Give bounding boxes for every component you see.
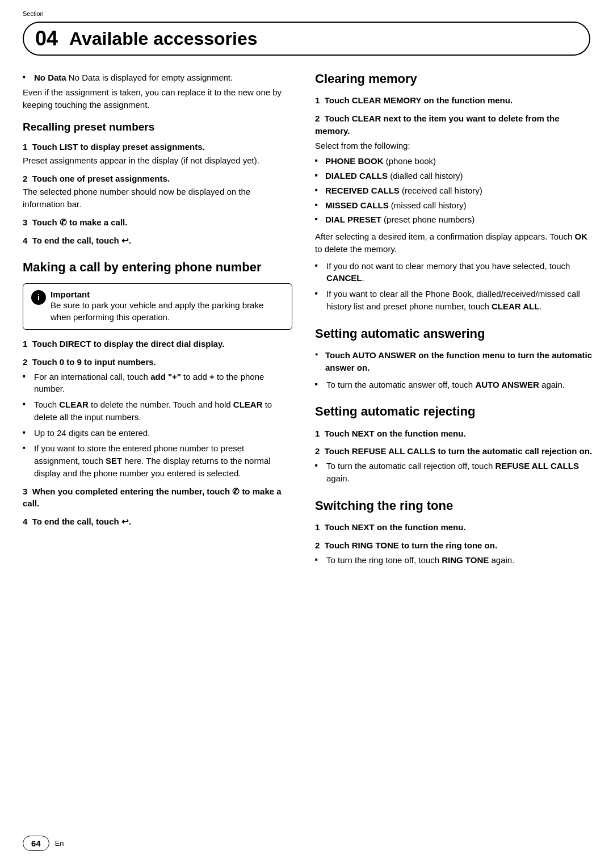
clearing-bullet-dialed: DIALED CALLS (dialled call history) bbox=[315, 170, 596, 182]
auto-answer-sq1: To turn the automatic answer off, touch … bbox=[315, 379, 596, 391]
recalling-step3-heading: Touch ✆ to make a call. bbox=[32, 217, 128, 227]
making-step2-bullet-3: Up to 24 digits can be entered. bbox=[23, 427, 292, 439]
ring-tone-step2: 2 Touch RING TONE to turn the ring tone … bbox=[315, 539, 596, 567]
recalling-preset-section: Recalling preset numbers 1 Touch LIST to… bbox=[23, 121, 292, 246]
clearing-sq1: If you do not want to clear memory that … bbox=[315, 260, 596, 285]
clearing-step1-heading: Touch CLEAR MEMORY on the function menu. bbox=[325, 95, 513, 105]
recalling-step-3: 3 Touch ✆ to make a call. bbox=[23, 216, 292, 229]
recalling-step2-heading: Touch one of preset assignments. bbox=[32, 174, 170, 183]
clearing-note1: After selecting a desired item, a confir… bbox=[315, 230, 596, 255]
ring-tone-step1: 1 Touch NEXT on the function menu. bbox=[315, 521, 596, 534]
auto-answer-section: Setting automatic answering Touch AUTO A… bbox=[315, 326, 596, 391]
clearing-bullet-received: RECEIVED CALLS (received call history) bbox=[315, 184, 596, 197]
clearing-select-label: Select from the following: bbox=[315, 141, 410, 150]
making-step-2: 2 Touch 0 to 9 to input numbers. For an … bbox=[23, 356, 292, 480]
recalling-preset-title: Recalling preset numbers bbox=[23, 121, 292, 134]
recalling-step2-body: The selected phone number should now be … bbox=[23, 186, 292, 211]
important-icon: i bbox=[31, 290, 46, 305]
left-column: No Data No Data is displayed for empty a… bbox=[23, 72, 309, 576]
clearing-bullet-phonebook: PHONE BOOK (phone book) bbox=[315, 155, 596, 167]
auto-answer-step1: Touch AUTO ANSWER on the function menu t… bbox=[315, 349, 596, 391]
auto-reject-step1-heading: Touch NEXT on the function menu. bbox=[325, 429, 466, 438]
auto-answer-bullets: Touch AUTO ANSWER on the function menu t… bbox=[315, 349, 596, 374]
making-step1-heading: Touch DIRECT to display the direct dial … bbox=[32, 339, 225, 349]
clearing-step-2: 2 Touch CLEAR next to the item you want … bbox=[315, 112, 596, 313]
recalling-step-2: 2 Touch one of preset assignments. The s… bbox=[23, 173, 292, 211]
making-call-title: Making a call by entering phone number bbox=[23, 260, 292, 275]
clearing-bullet-missed: MISSED CALLS (missed call history) bbox=[315, 199, 596, 212]
recalling-step4-heading: To end the call, touch ↩. bbox=[32, 236, 131, 245]
clearing-bullets: PHONE BOOK (phone book) DIALED CALLS (di… bbox=[315, 155, 596, 226]
making-step-3: 3 When you completed entering the number… bbox=[23, 485, 292, 510]
intro-paragraph: Even if the assignment is taken, you can… bbox=[23, 86, 292, 111]
making-step-4: 4 To end the call, touch ↩. bbox=[23, 515, 292, 528]
auto-reject-step2-notes: To turn the automatic call rejection off… bbox=[315, 460, 596, 485]
right-column: Clearing memory 1 Touch CLEAR MEMORY on … bbox=[309, 72, 596, 576]
making-step2-bullets: For an international call, touch add "+"… bbox=[23, 371, 292, 480]
clearing-step-1: 1 Touch CLEAR MEMORY on the function men… bbox=[315, 94, 596, 107]
footer-language: En bbox=[55, 839, 64, 848]
important-label: Important bbox=[51, 290, 284, 299]
auto-reject-section: Setting automatic rejecting 1 Touch NEXT… bbox=[315, 404, 596, 484]
clearing-sq2: If you want to clear all the Phone Book,… bbox=[315, 288, 596, 313]
making-step3-heading: When you completed entering the number, … bbox=[23, 487, 282, 509]
auto-reject-title: Setting automatic rejecting bbox=[315, 404, 596, 419]
making-step2-heading: Touch 0 to 9 to input numbers. bbox=[32, 357, 156, 367]
clearing-memory-title: Clearing memory bbox=[315, 72, 596, 86]
making-step4-heading: To end the call, touch ↩. bbox=[32, 517, 131, 526]
auto-reject-step2-heading: Touch REFUSE ALL CALLS to turn the autom… bbox=[325, 446, 592, 456]
important-box: i Important Be sure to park your vehicle… bbox=[23, 283, 292, 330]
recalling-step1-heading: Touch LIST to display preset assign­ment… bbox=[32, 142, 205, 152]
auto-reject-step1: 1 Touch NEXT on the function menu. bbox=[315, 427, 596, 440]
intro-block: No Data No Data is displayed for empty a… bbox=[23, 72, 292, 111]
clearing-memory-section: Clearing memory 1 Touch CLEAR MEMORY on … bbox=[315, 72, 596, 313]
section-number: 04 bbox=[35, 28, 58, 49]
making-step-1: 1 Touch DIRECT to display the direct dia… bbox=[23, 338, 292, 350]
auto-reject-step2: 2 Touch REFUSE ALL CALLS to turn the aut… bbox=[315, 445, 596, 484]
clearing-bullet-dialpreset: DIAL PRESET (preset phone numbers) bbox=[315, 213, 596, 226]
page-number: 64 bbox=[23, 836, 49, 851]
making-step2-bullet-1: For an international call, touch add "+"… bbox=[23, 371, 292, 396]
important-content: Important Be sure to park your vehicle a… bbox=[51, 290, 284, 324]
making-step2-bullet-4: If you want to store the entered phone n… bbox=[23, 442, 292, 479]
no-data-label: No Data bbox=[34, 73, 66, 82]
recalling-step1-body: Preset assignments appear in the display… bbox=[23, 154, 292, 167]
making-step2-bullet-2: Touch CLEAR to delete the number. Touch … bbox=[23, 399, 292, 423]
recalling-step-1: 1 Touch LIST to display preset assign­me… bbox=[23, 141, 292, 167]
footer: 64 En bbox=[0, 836, 613, 851]
ring-tone-section: Switching the ring tone 1 Touch NEXT on … bbox=[315, 498, 596, 567]
ring-tone-sq1: To turn the ring tone off, touch RING TO… bbox=[315, 554, 596, 567]
auto-reject-sq1: To turn the automatic call rejection off… bbox=[315, 460, 596, 485]
clearing-step2-select: Select from the following: PHONE BOOK (p… bbox=[315, 140, 596, 313]
ring-tone-title: Switching the ring tone bbox=[315, 498, 596, 513]
intro-bullet: No Data No Data is displayed for empty a… bbox=[23, 72, 292, 84]
auto-answer-title: Setting automatic answering bbox=[315, 326, 596, 341]
page-container: Section 04 Available accessories No Data… bbox=[0, 0, 613, 868]
ring-tone-step2-notes: To turn the ring tone off, touch RING TO… bbox=[315, 554, 596, 567]
header-box: 04 Available accessories bbox=[23, 22, 590, 56]
section-label: Section bbox=[23, 10, 44, 17]
ring-tone-step1-heading: Touch NEXT on the function menu. bbox=[325, 522, 466, 532]
recalling-step-4: 4 To end the call, touch ↩. bbox=[23, 234, 292, 247]
section-title: Available accessories bbox=[69, 30, 257, 48]
content-area: No Data No Data is displayed for empty a… bbox=[0, 72, 613, 576]
clearing-step2-heading: Touch CLEAR next to the item you want to… bbox=[315, 114, 560, 136]
auto-answer-bullet1: Touch AUTO ANSWER on the function menu t… bbox=[315, 349, 596, 374]
ring-tone-step2-heading: Touch RING TONE to turn the ring tone on… bbox=[325, 540, 497, 550]
making-call-section: Making a call by entering phone number i… bbox=[23, 260, 292, 528]
important-text: Be sure to park your vehicle and apply t… bbox=[51, 299, 284, 324]
